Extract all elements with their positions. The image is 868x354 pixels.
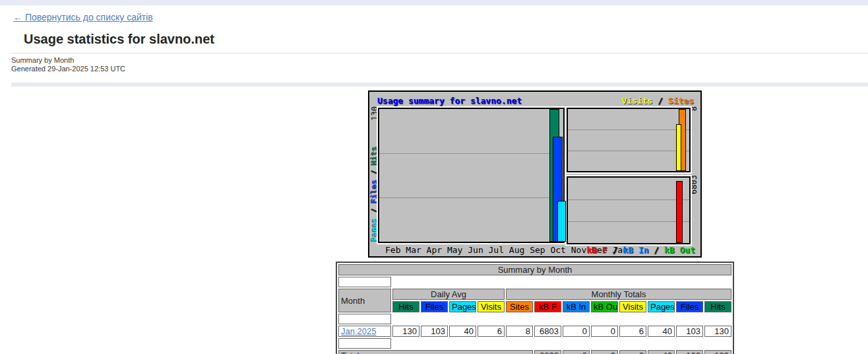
title-divider [11, 53, 868, 53]
gridline [568, 199, 689, 200]
gridline [568, 221, 689, 222]
bar-visits [676, 124, 681, 171]
gridline [379, 153, 563, 154]
column-header-visits: Visits [478, 301, 505, 312]
column-header-kb-f: kB F [534, 301, 561, 312]
legend-part: / [649, 245, 664, 255]
table-row: Jan 20251301034068680300640103130 [338, 326, 731, 337]
totals-cell: 6803 [534, 350, 561, 354]
month-link[interactable]: Jan 2025 [341, 326, 377, 336]
table-cell: 40 [449, 326, 476, 337]
column-header-kb-out: kB Out [591, 301, 618, 312]
table-spacer-row [338, 277, 731, 287]
column-header-files: Files [421, 301, 448, 312]
gridline [568, 129, 689, 130]
table-cell: 8 [506, 326, 533, 337]
gridline [379, 197, 563, 198]
table-cell: 6803 [534, 326, 561, 337]
totals-cell: 103 [676, 350, 703, 354]
right-axis-sites-max-label: 8 [689, 106, 698, 111]
summary-by-month-table: Summary by Month Month Daily Avg Monthly… [336, 262, 734, 354]
generated-timestamp: Generated 29-Jan-2025 12:53 UTC [11, 65, 868, 73]
legend-part: / [652, 96, 667, 106]
daily-avg-group-header: Daily Avg [392, 289, 505, 300]
bar-kbf [676, 181, 683, 243]
table-cell: 6 [478, 326, 505, 337]
table-cell: 0 [591, 326, 618, 337]
page-title: Usage statistics for slavno.net [24, 32, 868, 47]
column-headers-row: HitsFilesPagesVisitsSiteskB FkB InkB Out… [338, 301, 731, 312]
column-header-files: Files [676, 301, 703, 312]
content-wrapper: ← Повернутись до списку сайтів Usage sta… [11, 5, 868, 354]
legend-part: / [607, 245, 623, 255]
legend-part: kB Out [664, 245, 695, 255]
section-divider-top [11, 83, 868, 87]
totals-cell: 130 [704, 350, 731, 354]
table-cell: 130 [392, 326, 419, 337]
month-column-header: Month [338, 289, 391, 312]
table-cell: 103 [421, 326, 448, 337]
kbytes-panel [567, 176, 691, 244]
table-cell: 103 [676, 326, 703, 337]
legend-part: kB F [587, 245, 607, 255]
table-spacer-row [338, 338, 731, 349]
legend-part: Sites [668, 96, 694, 106]
right-axis-kb-max-label: 6803 [689, 175, 698, 194]
table-cell: 40 [648, 326, 675, 337]
table-spacer-row [338, 314, 731, 324]
column-header-hits: Hits [392, 301, 419, 312]
graph-legend-visits-sites: Visits / Sites [621, 96, 694, 106]
legend-part: kB In [623, 245, 648, 255]
table-title: Summary by Month [338, 264, 731, 275]
totals-label: Totals [338, 350, 533, 354]
monthly-totals-group-header: Monthly Totals [506, 289, 731, 300]
table-cell: 130 [704, 326, 731, 337]
legend-part: Visits [621, 96, 652, 106]
usage-summary-graph: Usage summary for slavno.net Visits / Si… [368, 90, 702, 258]
table-cell: 6 [619, 326, 646, 337]
bar-pages [557, 201, 566, 242]
back-to-site-list-link[interactable]: ← Повернутись до списку сайтів [13, 12, 153, 22]
gridline [568, 151, 689, 151]
column-header-visits: Visits [619, 301, 646, 312]
totals-row: Totals 680300640103130 [338, 350, 731, 354]
totals-cell: 0 [591, 350, 618, 354]
hits-files-pages-panel [378, 108, 565, 243]
column-header-kb-in: kB In [563, 301, 590, 312]
column-header-hits: Hits [704, 301, 731, 312]
column-header-sites: Sites [506, 301, 533, 312]
summary-by-month-label: Summary by Month [11, 56, 868, 65]
column-header-pages: Pages [449, 301, 476, 312]
visits-sites-panel [567, 108, 691, 172]
column-header-pages: Pages [648, 301, 675, 312]
page-top-band [0, 0, 868, 5]
graph-title: Usage summary for slavno.net [377, 96, 522, 106]
table-cell: 0 [563, 326, 590, 337]
graph-legend-kbytes: kB F / kB In / kB Out [587, 245, 695, 255]
totals-cell: 40 [648, 350, 675, 354]
totals-cell: 6 [619, 350, 646, 354]
totals-cell: 0 [563, 350, 590, 354]
